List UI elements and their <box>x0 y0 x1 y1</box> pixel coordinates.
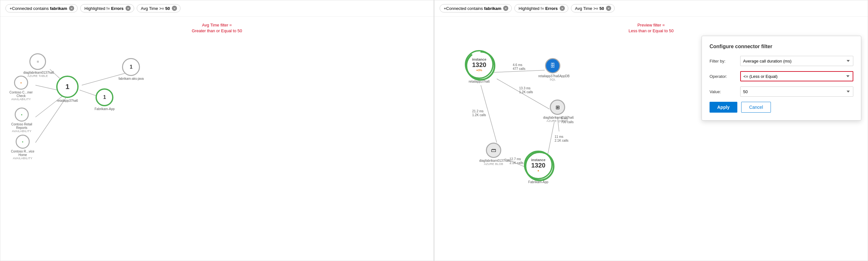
left-filter-text: Avg Time filter = Greater than or Equal … <box>192 22 242 34</box>
right-filter-text: Preview filter = Less than or Equal to 5… <box>629 22 674 34</box>
value-label: Value: <box>710 89 735 94</box>
filter-by-row: Filter by: Average call duration (ms)Cal… <box>710 56 853 66</box>
svg-text:12.7 ms: 12.7 ms <box>509 157 521 161</box>
node-fabrikam-app-left[interactable]: 1 Fabrikam-App <box>95 88 115 111</box>
node-contoso-reports-left[interactable]: ● Contoso Retail Reports AVAILABILITY <box>7 108 36 133</box>
value-row: Value: 50100200500 <box>710 86 853 97</box>
svg-line-6 <box>492 70 545 72</box>
node-retailapp-left-label: retailapp37ha6 <box>57 99 78 103</box>
left-edges-svg <box>0 16 434 259</box>
svg-text:477 calls: 477 calls <box>513 67 525 71</box>
filter-connected-right-text: +Connected contains fabrikam <box>444 6 501 11</box>
filter-connected-left-close[interactable]: ✕ <box>69 6 74 11</box>
filter-tag-highlighted-right[interactable]: Highlighted != Errors ✕ <box>514 4 568 12</box>
filter-avgtime-right-close[interactable]: ✕ <box>606 6 611 11</box>
svg-text:2.1K calls: 2.1K calls <box>555 139 568 142</box>
filter-tag-connected-left[interactable]: +Connected contains fabrikam ✕ <box>5 4 78 12</box>
svg-text:1.2K calls: 1.2K calls <box>519 90 533 94</box>
svg-line-3 <box>35 98 66 143</box>
svg-line-12 <box>481 85 497 143</box>
node-fabrikam-aks-label: fabrikam-aks-java <box>119 77 144 80</box>
node-diagfabrikam-queue-right[interactable]: ⊞ diagfabrikam0137ha6 AZURE QUEUE <box>543 100 572 122</box>
svg-point-25 <box>526 152 554 180</box>
operator-label: Operator: <box>710 74 735 79</box>
cancel-button[interactable]: Cancel <box>741 102 771 113</box>
filter-highlighted-left-text: Highlighted != Errors <box>84 6 124 11</box>
node-retailapp-db-label: retailapp37ha6AppDB <box>538 74 567 78</box>
node-diagfabrikam-queue-label: diagfabrikam0137ha6 <box>543 116 572 119</box>
node-retailapp-db-right[interactable]: 🗄 retailapp37ha6AppDB SQL <box>538 58 567 81</box>
operator-row: Operator: <= (Less or Equal)>= (Greater … <box>710 71 853 81</box>
filter-tag-highlighted-left[interactable]: Highlighted != Errors ✕ <box>80 4 134 12</box>
form-actions: Apply Cancel <box>710 102 853 113</box>
filter-highlighted-right-text: Highlighted != Errors <box>519 6 558 11</box>
value-select[interactable]: 50100200500 <box>740 86 853 97</box>
left-panel: +Connected contains fabrikam ✕ Highlight… <box>0 0 434 261</box>
left-filter-bar: +Connected contains fabrikam ✕ Highlight… <box>0 0 434 16</box>
filter-highlighted-left-close[interactable]: ✕ <box>126 6 131 11</box>
node-diagfabrikam-left-label: diagfabrikam0137ha6 <box>23 71 52 74</box>
node-fabrikam-app-label: Fabrikam-App <box>95 107 115 111</box>
node-diagfabrikam-blob-right[interactable]: 🗃 diagfabrikam0137ha6 AZURE BLOB <box>479 143 508 165</box>
node-fabrikam-aks-left[interactable]: 1 fabrikam-aks-java <box>119 58 144 80</box>
node-diagfabrikam-left[interactable]: ⊞ diagfabrikam0137ha6 AZURE TABLE <box>23 53 52 78</box>
svg-point-24 <box>466 52 495 80</box>
node-contoso-home-left[interactable]: ● Contoso R...vice Home AVAILABILITY <box>8 135 37 160</box>
node-contoso-reports-label: Contoso Retail Reports <box>7 122 36 129</box>
right-filter-bar: +Connected contains fabrikam ✕ Highlight… <box>434 0 868 16</box>
filter-avgtime-left-text: Avg Time >= 50 <box>141 6 170 11</box>
svg-text:4.6 ms: 4.6 ms <box>513 63 522 67</box>
filter-connected-left-text: +Connected contains fabrikam <box>9 6 67 11</box>
node-contoso-check-label: Contoso C...mer Check <box>7 90 35 98</box>
svg-line-9 <box>497 79 550 109</box>
svg-text:2.1K calls: 2.1K calls <box>509 161 523 165</box>
node-instance-1320[interactable]: instance 1320 ●3% retailapp37ha6 <box>465 50 494 83</box>
filter-by-label: Filter by: <box>710 59 735 64</box>
svg-text:11 ms: 11 ms <box>555 135 563 139</box>
node-retailapp-db-icon: 🗄 <box>545 58 560 73</box>
filter-highlighted-right-close[interactable]: ✕ <box>560 6 565 11</box>
operator-select[interactable]: <= (Less or Equal)>= (Greater or Equal)=… <box>740 71 853 81</box>
svg-text:13.3 ms: 13.3 ms <box>519 86 531 90</box>
node-fabrikam-app-right[interactable]: instance 1320 ● Fabrikam-App <box>524 151 553 184</box>
node-diagfabrikam-blob-label: diagfabrikam0137ha6 <box>479 159 508 162</box>
apply-button[interactable]: Apply <box>710 102 737 113</box>
filter-by-select[interactable]: Average call duration (ms)Call countFail… <box>740 56 853 66</box>
right-panel: +Connected contains fabrikam ✕ Highlight… <box>434 0 868 261</box>
left-graph-area: Avg Time filter = Greater than or Equal … <box>0 16 434 259</box>
node-diagfabrikam-blob-icon: 🗃 <box>486 143 501 158</box>
filter-avgtime-right-text: Avg Time >= 50 <box>575 6 604 11</box>
filter-tag-avgtime-left[interactable]: Avg Time >= 50 ✕ <box>137 4 181 12</box>
node-contoso-home-label: Contoso R...vice Home <box>8 150 37 157</box>
node-contoso-check-left[interactable]: ● Contoso C...mer Check AVAILABILITY <box>7 76 35 101</box>
filter-avgtime-left-close[interactable]: ✕ <box>172 6 177 11</box>
filter-tag-connected-right[interactable]: +Connected contains fabrikam ✕ <box>440 4 512 12</box>
configure-panel: Configure connector filter Filter by: Av… <box>702 36 861 121</box>
right-graph-area: Preview filter = Less than or Equal to 5… <box>434 16 868 259</box>
svg-line-18 <box>548 122 554 154</box>
filter-connected-right-close[interactable]: ✕ <box>503 6 508 11</box>
svg-text:1.2K calls: 1.2K calls <box>472 113 486 117</box>
node-diagfabrikam-queue-icon: ⊞ <box>550 100 565 115</box>
filter-tag-avgtime-right[interactable]: Avg Time >= 50 ✕ <box>571 4 615 12</box>
node-retailapp-left[interactable]: 1 retailapp37ha6 <box>56 76 79 103</box>
configure-panel-title: Configure connector filter <box>710 44 853 49</box>
svg-text:21.2 ms: 21.2 ms <box>472 109 484 113</box>
